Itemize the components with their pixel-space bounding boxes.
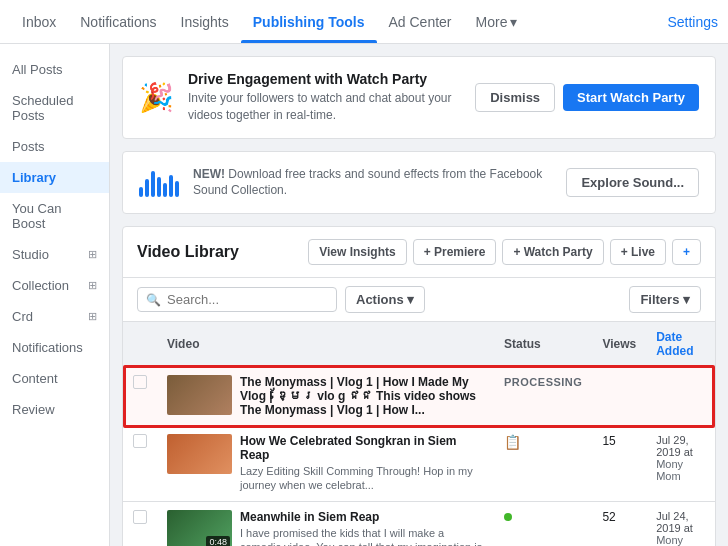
sound-collection-banner: NEW! Download free tracks and sound effe… [122, 151, 716, 215]
table-row: 0:48 Meanwhile in Siem Reap I have promi… [123, 501, 715, 546]
sidebar-item-scheduled-posts[interactable]: Scheduled Posts [0, 85, 109, 131]
sound-banner-text: NEW! Download free tracks and sound effe… [193, 166, 552, 200]
actions-dropdown-button[interactable]: Actions ▾ [345, 286, 425, 313]
col-status-header: Status [494, 322, 592, 367]
video-duration: 0:48 [206, 536, 230, 546]
sound-banner-actions: Explore Sound... [566, 168, 699, 197]
search-input[interactable] [167, 292, 328, 307]
video-title: How We Celebrated Songkran in Siem Reap [240, 434, 484, 462]
processing-badge: PROCESSING [504, 376, 582, 388]
sidebar-item-you-can-boost[interactable]: You Can Boost [0, 193, 109, 239]
row-date-cell: Jul 29, 2019 at Mony Mom [646, 426, 715, 502]
top-navigation: Inbox Notifications Insights Publishing … [0, 0, 728, 44]
live-button[interactable]: + Live [610, 239, 666, 265]
nav-item-more[interactable]: More ▾ [464, 0, 530, 43]
row-video-cell: 0:48 Meanwhile in Siem Reap I have promi… [157, 501, 494, 546]
row-date-cell: Jul 24, 2019 at Mony Mom [646, 501, 715, 546]
row-status-cell: 📋 [494, 426, 592, 502]
library-actions: View Insights + Premiere + Watch Party +… [308, 239, 701, 265]
sound-wave-icon [139, 167, 179, 197]
col-checkbox [123, 322, 157, 367]
content-area: 🎉 Drive Engagement with Watch Party Invi… [110, 44, 728, 546]
explore-sound-button[interactable]: Explore Sound... [566, 168, 699, 197]
chevron-down-icon: ▾ [510, 14, 517, 30]
watch-party-button[interactable]: + Watch Party [502, 239, 603, 265]
watch-party-desc: Invite your followers to watch and chat … [188, 90, 461, 124]
row-status-cell: PROCESSING [494, 367, 592, 426]
nav-item-inbox[interactable]: Inbox [10, 0, 68, 43]
row-views-cell: 15 [592, 426, 646, 502]
nav-item-notifications[interactable]: Notifications [68, 0, 168, 43]
watch-party-title: Drive Engagement with Watch Party [188, 71, 461, 87]
view-insights-button[interactable]: View Insights [308, 239, 406, 265]
search-icon: 🔍 [146, 293, 161, 307]
sidebar-item-content[interactable]: Content [0, 363, 109, 394]
row-checkbox [123, 426, 157, 502]
video-thumbnail [167, 434, 232, 474]
nav-item-ad-center[interactable]: Ad Center [377, 0, 464, 43]
nav-item-publishing-tools[interactable]: Publishing Tools [241, 0, 377, 43]
sidebar-item-all-posts[interactable]: All Posts [0, 54, 109, 85]
video-info: Meanwhile in Siem Reap I have promised t… [240, 510, 484, 546]
row-checkbox [123, 501, 157, 546]
add-button[interactable]: + [672, 239, 701, 265]
col-date-header: Date Added [646, 322, 715, 367]
dismiss-button[interactable]: Dismiss [475, 83, 555, 112]
premiere-button[interactable]: + Premiere [413, 239, 497, 265]
row-views-cell: 52 [592, 501, 646, 546]
nav-right: Settings [667, 0, 718, 43]
sidebar-item-notifications[interactable]: Notifications [0, 332, 109, 363]
watch-party-banner-text: Drive Engagement with Watch Party Invite… [188, 71, 461, 124]
status-dot-green [504, 513, 512, 521]
video-desc: Lazy Editing Skill Comming Through! Hop … [240, 464, 484, 493]
video-info: The Monymass | Vlog 1 | How I Made My Vl… [240, 375, 484, 417]
library-title: Video Library [137, 243, 239, 261]
sidebar-item-crd[interactable]: Crd ⊞ [0, 301, 109, 332]
watch-party-banner: 🎉 Drive Engagement with Watch Party Invi… [122, 56, 716, 139]
filters-button[interactable]: Filters ▾ [629, 286, 701, 313]
video-table-wrapper: Video Status Views Date Added [123, 322, 715, 546]
search-input-wrap: 🔍 [137, 287, 337, 312]
start-watch-party-button[interactable]: Start Watch Party [563, 84, 699, 111]
status-badge [504, 513, 512, 521]
video-thumbnail [167, 375, 232, 415]
expand-icon: ⊞ [88, 310, 97, 323]
sidebar-item-collection[interactable]: Collection ⊞ [0, 270, 109, 301]
row-views-cell [592, 367, 646, 426]
table-row: The Monymass | Vlog 1 | How I Made My Vl… [123, 367, 715, 426]
search-bar: 🔍 Actions ▾ Filters ▾ [123, 278, 715, 322]
video-info: How We Celebrated Songkran in Siem Reap … [240, 434, 484, 493]
sidebar-item-library[interactable]: Library [0, 162, 109, 193]
filters-area: Filters ▾ [629, 286, 701, 313]
nav-item-insights[interactable]: Insights [169, 0, 241, 43]
row-status-cell [494, 501, 592, 546]
expand-icon: ⊞ [88, 248, 97, 261]
row-date-cell [646, 367, 715, 426]
row-checkbox [123, 367, 157, 426]
status-badge: 📋 [504, 434, 521, 450]
main-layout: All Posts Scheduled Posts Posts Library … [0, 44, 728, 546]
expand-icon: ⊞ [88, 279, 97, 292]
sidebar-item-review[interactable]: Review [0, 394, 109, 425]
video-desc: I have promised the kids that I will mak… [240, 526, 484, 546]
row-video-cell: The Monymass | Vlog 1 | How I Made My Vl… [157, 367, 494, 426]
col-video-header: Video [157, 322, 494, 367]
video-library: Video Library View Insights + Premiere +… [122, 226, 716, 546]
watch-party-icon: 🎉 [139, 81, 174, 114]
sidebar-item-posts[interactable]: Posts [0, 131, 109, 162]
library-header: Video Library View Insights + Premiere +… [123, 227, 715, 278]
sidebar-item-studio[interactable]: Studio ⊞ [0, 239, 109, 270]
table-row: How We Celebrated Songkran in Siem Reap … [123, 426, 715, 502]
video-table: Video Status Views Date Added [123, 322, 715, 546]
watch-party-actions: Dismiss Start Watch Party [475, 83, 699, 112]
row-video-cell: How We Celebrated Songkran in Siem Reap … [157, 426, 494, 502]
nav-items: Inbox Notifications Insights Publishing … [10, 0, 667, 43]
sound-banner-desc: NEW! Download free tracks and sound effe… [193, 166, 552, 200]
col-views-header: Views [592, 322, 646, 367]
sidebar: All Posts Scheduled Posts Posts Library … [0, 44, 110, 546]
video-title: Meanwhile in Siem Reap [240, 510, 484, 524]
video-thumbnail: 0:48 [167, 510, 232, 546]
settings-link[interactable]: Settings [667, 14, 718, 30]
video-title: The Monymass | Vlog 1 | How I Made My Vl… [240, 375, 484, 417]
table-header-row: Video Status Views Date Added [123, 322, 715, 367]
